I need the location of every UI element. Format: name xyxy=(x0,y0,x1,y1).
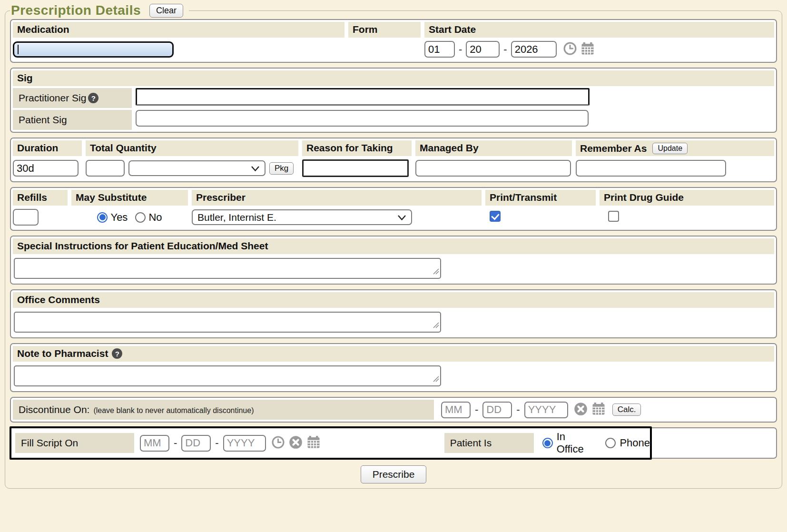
calendar-icon[interactable] xyxy=(591,402,606,418)
prescriber-body-row: Yes No Butler, Internist E. xyxy=(13,206,774,228)
date-separator: - xyxy=(174,437,177,449)
prescribe-row: Prescribe xyxy=(9,465,778,483)
refills-cell xyxy=(13,209,68,226)
substitute-no-radio[interactable] xyxy=(135,212,146,223)
patient-sig-input[interactable] xyxy=(136,110,589,127)
managed-by-input[interactable] xyxy=(415,160,571,177)
clock-icon[interactable] xyxy=(271,435,285,451)
managed-by-cell xyxy=(415,160,572,177)
fill-script-highlight-box: Fill Script On - - Patient Is In Office … xyxy=(10,426,652,460)
fill-script-month-input[interactable] xyxy=(140,435,169,452)
discontinue-day-input[interactable] xyxy=(482,402,512,418)
practitioner-sig-label-cell: Practitioner Sig ? xyxy=(13,88,132,108)
prescribe-button[interactable]: Prescribe xyxy=(361,465,427,483)
substitute-yes-radio[interactable] xyxy=(97,212,108,223)
note-to-pharmacist-header-row: Note to Pharmacist ? xyxy=(13,346,774,362)
patient-sig-label-cell: Patient Sig xyxy=(13,110,132,130)
special-instructions-textarea[interactable] xyxy=(14,258,441,279)
date-separator: - xyxy=(516,404,520,416)
clear-x-icon[interactable] xyxy=(289,435,303,451)
fill-script-label-cell: Fill Script On xyxy=(15,433,134,453)
medication-section: Medication Form Start Date - - xyxy=(10,19,777,63)
reason-header: Reason for Taking xyxy=(302,140,412,156)
fill-script-section: Fill Script On - - Patient Is In Office … xyxy=(10,427,777,459)
phone-label: Phone xyxy=(620,437,650,449)
special-instructions-section: Special Instructions for Patient Educati… xyxy=(10,236,777,285)
patient-sig-label: Patient Sig xyxy=(19,114,67,126)
fill-script-year-input[interactable] xyxy=(223,435,266,452)
practitioner-sig-row: Practitioner Sig ? xyxy=(13,88,774,108)
special-instructions-wrap xyxy=(14,258,441,279)
sig-header-row: Sig xyxy=(13,70,774,86)
in-office-radio[interactable] xyxy=(542,438,553,448)
refills-input[interactable] xyxy=(13,209,39,226)
calendar-icon[interactable] xyxy=(580,41,595,58)
sig-section: Sig Practitioner Sig ? Patient Sig xyxy=(10,68,777,133)
prescriber-value: Butler, Internist E. xyxy=(197,212,276,223)
phone-radio[interactable] xyxy=(605,438,616,448)
print-drug-guide-checkbox[interactable] xyxy=(608,211,619,222)
print-transmit-checkbox[interactable] xyxy=(490,211,501,222)
note-to-pharmacist-header: Note to Pharmacist xyxy=(17,348,108,359)
medication-header-row: Medication Form Start Date xyxy=(13,22,774,38)
details-body-row: Pkg xyxy=(13,156,774,179)
note-to-pharmacist-textarea[interactable] xyxy=(14,365,441,386)
discontinue-label: Discontinue On: xyxy=(19,404,89,415)
form-header: Form xyxy=(348,22,421,38)
total-quantity-input[interactable] xyxy=(86,160,125,177)
practitioner-sig-input[interactable] xyxy=(136,88,590,106)
medication-body-row: - - xyxy=(13,38,774,60)
start-year-input[interactable] xyxy=(511,41,557,58)
note-to-pharmacist-wrap xyxy=(14,365,441,386)
print-transmit-cell xyxy=(485,211,600,224)
medication-header: Medication xyxy=(13,22,344,38)
update-button[interactable]: Update xyxy=(652,143,688,154)
special-instructions-header-row: Special Instructions for Patient Educati… xyxy=(13,238,774,254)
clear-button[interactable]: Clear xyxy=(149,4,183,18)
discontinue-year-input[interactable] xyxy=(524,402,568,418)
quantity-unit-select[interactable] xyxy=(128,160,266,176)
prescriber-cell: Butler, Internist E. xyxy=(192,209,482,225)
clock-icon[interactable] xyxy=(563,41,577,58)
fill-script-day-input[interactable] xyxy=(181,435,211,452)
note-to-pharmacist-section: Note to Pharmacist ? xyxy=(10,343,777,392)
start-day-input[interactable] xyxy=(466,41,500,58)
note-to-pharmacist-header-cell: Note to Pharmacist ? xyxy=(13,346,774,362)
pkg-button[interactable]: Pkg xyxy=(269,162,294,175)
prescriber-header: Prescriber xyxy=(192,190,482,206)
text-caret xyxy=(18,45,19,54)
start-date-cell: - - xyxy=(424,41,774,58)
duration-cell xyxy=(13,160,82,177)
date-separator: - xyxy=(459,43,462,56)
duration-input[interactable] xyxy=(13,160,79,177)
may-substitute-header: May Substitute xyxy=(71,190,188,206)
prescription-details-form: Prescription Details Clear Medication Fo… xyxy=(5,3,782,489)
medication-cell xyxy=(13,41,344,58)
substitute-yes-label: Yes xyxy=(110,211,128,224)
start-month-input[interactable] xyxy=(424,41,455,58)
calendar-icon[interactable] xyxy=(306,435,321,451)
print-transmit-header: Print/Transmit xyxy=(485,190,596,206)
help-icon[interactable]: ? xyxy=(88,93,98,103)
office-comments-header-row: Office Comments xyxy=(13,292,774,308)
prescriber-select[interactable]: Butler, Internist E. xyxy=(192,209,412,225)
patient-is-label-cell: Patient Is xyxy=(444,433,534,453)
help-icon[interactable]: ? xyxy=(112,348,122,359)
prescriber-section: Refills May Substitute Prescriber Print/… xyxy=(10,187,777,231)
start-date-header: Start Date xyxy=(424,22,774,38)
patient-sig-row: Patient Sig xyxy=(13,110,774,130)
office-comments-header: Office Comments xyxy=(13,292,774,308)
reason-for-taking-input[interactable] xyxy=(302,159,409,177)
clear-x-icon[interactable] xyxy=(574,402,588,418)
office-comments-textarea[interactable] xyxy=(14,312,441,333)
date-separator: - xyxy=(503,43,507,56)
total-quantity-cell: Pkg xyxy=(86,160,298,177)
medication-input[interactable] xyxy=(13,41,174,58)
discontinue-label-cell: Discontinue On: (leave blank to never au… xyxy=(13,400,434,420)
refills-header: Refills xyxy=(13,190,68,206)
remember-as-header-cell: Remember As Update xyxy=(576,140,774,156)
chevron-down-icon xyxy=(251,163,260,174)
calc-button[interactable]: Calc. xyxy=(612,404,641,416)
remember-as-input[interactable] xyxy=(576,160,726,177)
discontinue-month-input[interactable] xyxy=(441,402,471,418)
